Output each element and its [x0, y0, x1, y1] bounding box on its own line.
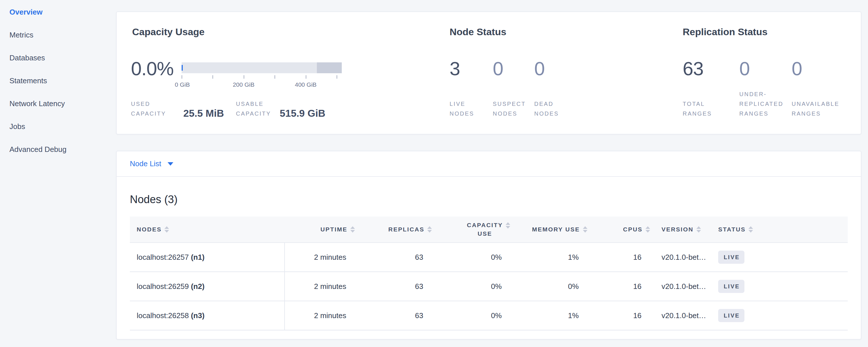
axis-tick: [306, 75, 306, 79]
capacity-gauge: 0.0% 0 GiB 200 GiB 400 GiB: [131, 59, 342, 89]
node-status-stats: 3 0 0 LIVE NODES SUSPECT NODES DEAD NODE…: [450, 59, 559, 119]
sort-icon[interactable]: [164, 226, 169, 232]
node-address-cell[interactable]: localhost:26257 (n1): [130, 253, 284, 262]
sidebar-item-metrics[interactable]: Metrics: [0, 24, 106, 46]
caret-down-icon[interactable]: [167, 162, 173, 166]
column-header-status[interactable]: STATUS: [714, 217, 848, 242]
sidebar-item-advanced-debug[interactable]: Advanced Debug: [0, 138, 106, 161]
replicas-cell: 63: [359, 311, 435, 320]
label-line: CAPACITY: [236, 109, 280, 119]
version-cell: v20.1.0-bet…: [653, 282, 714, 291]
column-label: UPTIME: [320, 226, 347, 233]
label-line: NODES: [534, 109, 559, 119]
node-name: (n1): [191, 253, 205, 261]
axis-tick: [182, 75, 182, 79]
node-address[interactable]: localhost:26259: [137, 282, 189, 291]
column-label-line: USE: [467, 229, 503, 238]
node-address-cell[interactable]: localhost:26259 (n2): [130, 282, 284, 291]
column-header-memory-use[interactable]: MEMORY USE: [514, 217, 591, 242]
axis-tick: [213, 75, 213, 79]
capacity-usage-section: Capacity Usage 0.0% 0 GiB 200: [132, 12, 390, 134]
table-row-node-1[interactable]: localhost:26257 (n1) 2 minutes 63 0% 1% …: [130, 243, 848, 272]
cpus-cell: 16: [591, 253, 653, 262]
capacity-use-cell: 0%: [435, 282, 514, 291]
column-label: CAPACITY USE: [467, 221, 503, 238]
suspect-nodes-value: 0: [493, 59, 534, 78]
used-capacity-stat: USED CAPACITY 25.5 MiB: [131, 99, 224, 119]
node-address[interactable]: localhost:26257: [137, 253, 189, 261]
label-line: RANGES: [739, 109, 792, 119]
sidebar-item-overview[interactable]: Overview: [0, 1, 106, 24]
capacity-bar-used-segment: [182, 65, 183, 71]
label-line: CAPACITY: [131, 109, 183, 119]
axis-label: 0 GiB: [175, 81, 190, 88]
label-line: REPLICATED: [739, 99, 792, 109]
axis-label: 400 GiB: [295, 81, 317, 88]
capacity-usage-title: Capacity Usage: [132, 26, 205, 37]
column-header-version[interactable]: VERSION: [653, 217, 714, 242]
axis-tick: [244, 75, 244, 79]
capacity-bar-track: [182, 62, 342, 73]
replication-stats: 63 0 0 TOTAL RANGES UNDER- REPLICATED RA…: [683, 59, 839, 119]
replicas-cell: 63: [359, 282, 435, 291]
capacity-axis-ticks: [182, 75, 342, 79]
label-line: NODES: [450, 109, 493, 119]
status-badge: LIVE: [718, 309, 744, 322]
sort-icon[interactable]: [427, 226, 432, 232]
sidebar-item-jobs[interactable]: Jobs: [0, 115, 106, 138]
version-cell: v20.1.0-bet…: [653, 311, 714, 320]
uptime-cell: 2 minutes: [284, 243, 358, 272]
sidebar-item-databases[interactable]: Databases: [0, 46, 106, 69]
sort-icon[interactable]: [350, 226, 355, 232]
column-label-line: CAPACITY: [467, 221, 503, 229]
replication-status-title: Replication Status: [683, 26, 768, 37]
column-header-replicas[interactable]: REPLICAS: [359, 217, 435, 242]
suspect-nodes-label: SUSPECT NODES: [493, 99, 534, 119]
nodes-count-heading: Nodes (3): [130, 193, 861, 206]
uptime-cell: 2 minutes: [284, 272, 358, 301]
label-line: UNDER-: [739, 89, 792, 99]
nodes-table-header: NODES UPTIME REPLICAS CAPACITY USE MEMOR…: [130, 217, 848, 243]
sidebar-item-statements[interactable]: Statements: [0, 69, 106, 92]
table-row-node-2[interactable]: localhost:26259 (n2) 2 minutes 63 0% 0% …: [130, 272, 848, 301]
under-replicated-ranges-value: 0: [739, 59, 792, 78]
node-list-dropdown[interactable]: Node List: [130, 159, 173, 168]
nodes-table: NODES UPTIME REPLICAS CAPACITY USE MEMOR…: [130, 217, 848, 330]
status-cell: LIVE: [714, 251, 848, 264]
capacity-bar-chart: 0 GiB 200 GiB 400 GiB: [182, 62, 342, 89]
capacity-use-cell: 0%: [435, 253, 514, 262]
live-nodes-value: 3: [450, 59, 493, 78]
column-header-uptime[interactable]: UPTIME: [284, 217, 358, 242]
live-nodes-label: LIVE NODES: [450, 99, 493, 119]
label-line: UNAVAILABLE: [792, 99, 839, 109]
node-address[interactable]: localhost:26258: [137, 311, 189, 320]
column-header-cpus[interactable]: CPUS: [591, 217, 653, 242]
node-address-cell[interactable]: localhost:26258 (n3): [130, 311, 284, 320]
label-line: RANGES: [683, 109, 739, 119]
used-capacity-label: USED CAPACITY: [131, 99, 183, 119]
dead-nodes-value: 0: [534, 59, 559, 78]
memory-use-cell: 1%: [514, 311, 591, 320]
total-ranges-label: TOTAL RANGES: [683, 99, 739, 119]
table-row-node-3[interactable]: localhost:26258 (n3) 2 minutes 63 0% 1% …: [130, 301, 848, 330]
replication-status-section: Replication Status 63 0 0 TOTAL RANGES U…: [683, 12, 860, 134]
column-header-nodes[interactable]: NODES: [130, 217, 284, 242]
node-list-header-bar: Node List: [117, 151, 861, 177]
column-header-capacity-use[interactable]: CAPACITY USE: [435, 217, 514, 242]
label-line: NODES: [493, 109, 534, 119]
sort-icon[interactable]: [506, 222, 510, 228]
sort-icon[interactable]: [583, 226, 587, 232]
dead-nodes-label: DEAD NODES: [534, 99, 559, 119]
sort-icon[interactable]: [696, 226, 701, 232]
replicas-cell: 63: [359, 253, 435, 262]
sidebar: Overview Metrics Databases Statements Ne…: [0, 0, 106, 161]
node-list-card: Node List Nodes (3) NODES UPTIME REPLICA…: [116, 151, 861, 340]
column-label: MEMORY USE: [532, 226, 580, 233]
status-cell: LIVE: [714, 309, 848, 322]
unavailable-ranges-label: UNAVAILABLE RANGES: [792, 99, 839, 119]
sort-icon[interactable]: [646, 226, 650, 232]
uptime-cell: 2 minutes: [284, 301, 358, 330]
usable-capacity-stat: USABLE CAPACITY 515.9 GiB: [236, 99, 326, 119]
sort-icon[interactable]: [748, 226, 753, 232]
sidebar-item-network-latency[interactable]: Network Latency: [0, 92, 106, 115]
